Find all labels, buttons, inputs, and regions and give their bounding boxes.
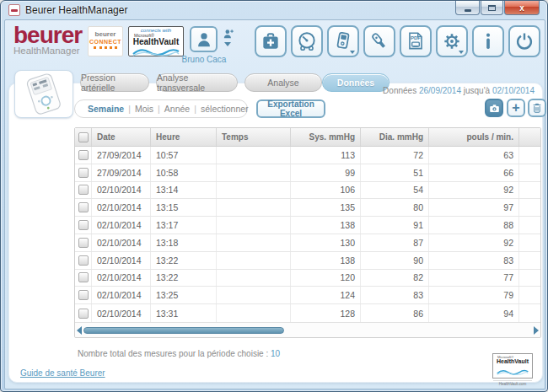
period-option-annee[interactable]: Année xyxy=(164,104,190,114)
cell-sys: 130 xyxy=(291,234,361,251)
row-checkbox[interactable] xyxy=(78,185,89,195)
row-checkbox[interactable] xyxy=(78,290,89,300)
col-temps[interactable]: Temps xyxy=(217,128,291,146)
cell-pouls: 94 xyxy=(429,304,519,322)
col-sys[interactable]: Sys. mmHg xyxy=(291,128,361,146)
title-bar[interactable]: Beurer HealthManager x xyxy=(1,1,547,19)
horizontal-scrollbar[interactable] xyxy=(75,322,540,337)
cell-date: 02/10/2014 xyxy=(92,252,151,269)
table-row[interactable]: 27/09/2014 10:57 113 72 63 xyxy=(75,147,540,164)
scroll-left-arrow-icon[interactable] xyxy=(77,326,82,335)
user-icon xyxy=(195,30,213,49)
row-checkbox-cell xyxy=(75,287,92,303)
table-row[interactable]: 02/10/2014 13:22 120 82 77 xyxy=(75,270,540,287)
tab-analyse[interactable]: Analyse xyxy=(244,73,322,92)
row-checkbox-cell xyxy=(75,304,92,322)
export-excel-button[interactable]: Exportation Excel xyxy=(256,99,325,118)
measurements-table: Date Heure Temps Sys. mmHg Dia. mmHg pou… xyxy=(74,127,541,338)
cell-extra xyxy=(519,199,540,216)
delete-button[interactable] xyxy=(528,99,546,117)
cell-heure: 13:15 xyxy=(151,199,217,216)
minimize-button[interactable] xyxy=(455,1,480,15)
settings-button[interactable] xyxy=(436,25,468,57)
row-checkbox-cell xyxy=(75,199,92,216)
table-row[interactable]: 02/10/2014 13:22 138 90 83 xyxy=(75,252,540,270)
cell-date: 02/10/2014 xyxy=(92,234,151,251)
cell-dia: 87 xyxy=(361,234,429,251)
pdf-print-button[interactable]: PDF xyxy=(400,25,432,57)
medical-bag-button[interactable] xyxy=(255,25,287,57)
row-checkbox[interactable] xyxy=(78,150,89,160)
info-button[interactable] xyxy=(472,25,504,57)
power-button[interactable] xyxy=(508,25,540,57)
period-selector: Semaine | Mois | Année | sélectionner xyxy=(74,99,248,118)
period-option-semaine[interactable]: Semaine xyxy=(88,104,124,114)
row-checkbox[interactable] xyxy=(78,255,89,266)
row-checkbox[interactable] xyxy=(78,220,89,230)
table-row[interactable]: 02/10/2014 13:17 138 91 88 xyxy=(75,217,540,234)
camera-button[interactable] xyxy=(485,99,503,117)
medical-bag-icon xyxy=(260,30,282,52)
pdf-print-icon: PDF xyxy=(405,30,427,52)
col-heure[interactable]: Heure xyxy=(151,128,217,146)
info-icon xyxy=(477,30,499,52)
table-header: Date Heure Temps Sys. mmHg Dia. mmHg pou… xyxy=(75,128,540,147)
close-icon: x xyxy=(519,3,524,13)
gauge-icon xyxy=(296,30,318,52)
cell-dia: 80 xyxy=(361,199,429,216)
brand-name: beurer xyxy=(13,24,82,47)
row-checkbox[interactable] xyxy=(78,168,89,178)
table-row[interactable]: 02/10/2014 13:25 124 83 79 xyxy=(75,287,540,304)
tab-donnees[interactable]: Données xyxy=(322,73,390,92)
health-guide-link[interactable]: Guide de santé Beurer xyxy=(20,368,105,378)
cell-temps xyxy=(217,287,291,303)
cell-pouls: 66 xyxy=(429,164,519,181)
maximize-button[interactable] xyxy=(481,1,503,15)
cell-heure: 10:58 xyxy=(151,164,217,181)
beurer-connect-badge: beurer CONNECT xyxy=(88,26,123,56)
table-row[interactable]: 02/10/2014 13:15 135 80 97 xyxy=(75,199,540,217)
col-pouls[interactable]: pouls / min. xyxy=(429,128,519,146)
scroll-right-arrow-icon[interactable] xyxy=(534,326,539,335)
close-button[interactable]: x xyxy=(504,1,540,15)
row-checkbox[interactable] xyxy=(78,272,89,282)
add-measurement-button[interactable]: + xyxy=(507,99,525,117)
row-checkbox-cell xyxy=(75,252,92,269)
row-checkbox[interactable] xyxy=(78,238,89,248)
cell-sys: 138 xyxy=(291,252,361,269)
row-checkbox[interactable] xyxy=(78,202,89,212)
tab-analyse-transversale[interactable]: Analyse transversale xyxy=(156,73,238,92)
col-date[interactable]: Date xyxy=(92,128,151,146)
cell-temps xyxy=(217,252,291,269)
hv-footer-url: HealthVault.com xyxy=(493,380,532,386)
cell-sys: 99 xyxy=(291,164,361,181)
app-window: Beurer HealthManager x beurer HealthMana… xyxy=(0,0,548,392)
gauge-button[interactable] xyxy=(291,25,323,57)
table-row[interactable]: 27/09/2014 10:58 99 51 66 xyxy=(75,164,540,182)
col-dia[interactable]: Dia. mmHg xyxy=(361,128,429,146)
table-row[interactable]: 02/10/2014 13:14 106 54 92 xyxy=(75,182,540,200)
cell-sys: 128 xyxy=(291,304,361,322)
cell-date: 02/10/2014 xyxy=(92,270,151,287)
cell-heure: 10:57 xyxy=(151,147,217,164)
cell-pouls: 88 xyxy=(429,217,519,234)
usb-connect-button[interactable] xyxy=(363,25,395,57)
row-checkbox[interactable] xyxy=(78,309,89,319)
cell-heure: 13:17 xyxy=(151,217,217,234)
device-selector-thumbnail[interactable] xyxy=(14,70,73,118)
period-option-mois[interactable]: Mois xyxy=(135,104,153,114)
table-row[interactable]: 02/10/2014 13:31 128 86 94 xyxy=(75,304,540,322)
brand-product: HealthManager xyxy=(13,46,82,56)
select-all-checkbox[interactable] xyxy=(78,132,89,142)
hscrollbar-thumb[interactable] xyxy=(83,327,284,334)
cell-temps xyxy=(217,234,291,251)
tab-pression-arterielle[interactable]: Pression artérielle xyxy=(80,73,149,92)
period-option-selectionner[interactable]: sélectionner xyxy=(201,104,249,114)
bp-device-button[interactable] xyxy=(327,25,359,57)
add-user-button[interactable] xyxy=(222,28,235,43)
cell-pouls: 97 xyxy=(429,199,519,216)
camera-icon xyxy=(488,102,501,115)
user-dropdown-arrow[interactable] xyxy=(224,42,231,46)
table-row[interactable]: 02/10/2014 13:18 130 87 92 xyxy=(75,234,540,252)
user-profile-button[interactable] xyxy=(190,26,218,52)
